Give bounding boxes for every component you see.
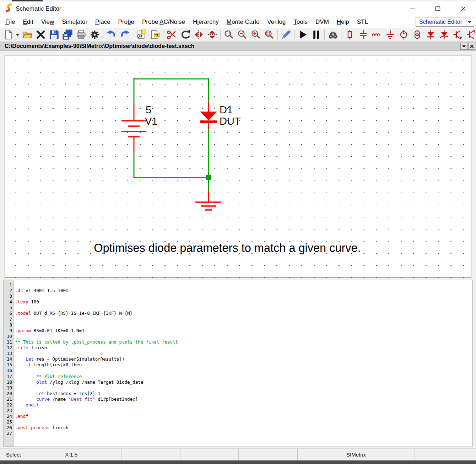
code-line[interactable]: ** This is called by .post_process and p… — [15, 339, 472, 345]
place-voltage-source-button[interactable] — [397, 29, 410, 41]
code-line[interactable] — [15, 334, 472, 339]
place-pnp-transistor-button[interactable] — [464, 29, 476, 41]
zoom-fit-button[interactable] — [263, 29, 276, 41]
new-schematic-dropdown-button[interactable] — [15, 29, 20, 41]
code-line[interactable] — [15, 368, 472, 373]
menu-tools[interactable]: Tools — [290, 18, 312, 26]
toolbar-separator — [163, 30, 163, 40]
place-capacitor-button[interactable] — [356, 29, 370, 41]
menu-simulator[interactable]: Simulator — [58, 18, 91, 26]
maximize-button[interactable] — [425, 1, 450, 16]
wires[interactable] — [134, 78, 209, 191]
code-line[interactable] — [15, 305, 472, 311]
open-file-button[interactable] — [20, 29, 34, 41]
place-resistor-button[interactable] — [343, 29, 356, 41]
find-part-button[interactable] — [326, 29, 340, 41]
close-button[interactable] — [450, 1, 476, 16]
code-line[interactable]: plot /ylog /xlog /name Target Diode_data — [15, 379, 472, 385]
code-line[interactable]: .post_process finish — [15, 425, 472, 431]
code-line[interactable]: .dc v1 400m 1.5 100m — [15, 288, 472, 293]
zoom-in-button[interactable] — [249, 29, 263, 41]
menu-monte-carlo[interactable]: Monte Carlo — [223, 18, 264, 26]
place-diode-button[interactable] — [424, 29, 437, 41]
run-simulation-button[interactable] — [296, 29, 309, 41]
netlist-pane[interactable]: 1234567891011121314151617181920212223242… — [4, 280, 472, 447]
v1-ref-label[interactable]: V1 — [145, 115, 157, 127]
code-line[interactable]: ** Plot reference — [15, 374, 472, 379]
new-schematic-button[interactable] — [1, 29, 15, 41]
place-npn-transistor-button[interactable] — [451, 29, 464, 41]
code-line[interactable]: .model DUT d RS={RS} IS=1e-8 IKF={IKF} N… — [15, 311, 472, 316]
code-line[interactable]: .endf — [15, 414, 472, 419]
menu-file[interactable]: File — [1, 18, 19, 26]
schematic-caption[interactable]: Optimises diode parameters to match a gi… — [94, 242, 361, 254]
ground-symbol[interactable] — [195, 191, 221, 210]
menu-view[interactable]: View — [37, 18, 58, 26]
place-inductor-button[interactable] — [370, 29, 383, 41]
print-button[interactable] — [74, 29, 88, 41]
close-schematic-button[interactable] — [34, 29, 47, 41]
code-line[interactable]: Let bestIndex = res[2]-1 — [15, 391, 472, 396]
zoom-area-button[interactable] — [222, 29, 236, 41]
pause-simulation-button[interactable] — [309, 29, 323, 41]
menu-help[interactable]: Help — [333, 18, 353, 26]
save-all-icon — [63, 29, 73, 40]
code-line[interactable] — [15, 322, 472, 328]
save-all-button[interactable] — [61, 29, 74, 41]
code-line[interactable] — [15, 351, 472, 356]
export-page-button[interactable] — [148, 29, 162, 41]
settings-button[interactable] — [88, 29, 101, 41]
save-button[interactable] — [47, 29, 61, 41]
d1-model-label[interactable]: DUT — [220, 115, 241, 127]
code-line[interactable] — [15, 431, 472, 436]
rotate-button[interactable] — [178, 29, 192, 41]
document-type-selector[interactable]: Schematic Editor — [416, 17, 474, 27]
minimize-button[interactable] — [399, 1, 425, 16]
menu-probe-ac-noise[interactable]: Probe AC/Noise — [138, 18, 189, 26]
sheet-dropdown-button[interactable] — [460, 43, 467, 50]
code-line[interactable] — [15, 408, 472, 414]
code-lines[interactable]: .dc v1 400m 1.5 100m.temp 100.model DUT … — [14, 280, 472, 447]
menu-place[interactable]: Place — [91, 18, 114, 26]
close-sheet-button[interactable] — [468, 43, 475, 50]
code-line[interactable]: curve /name "Best fit" d1#p[bestIndex] — [15, 396, 472, 402]
code-line[interactable]: if length(res)>0 then — [15, 362, 472, 368]
line-number: 5 — [4, 305, 13, 311]
place-ground-button[interactable] — [383, 29, 397, 41]
menu-verilog[interactable]: Verilog — [263, 18, 290, 26]
code-line[interactable]: endif — [15, 402, 472, 408]
schematic-canvas[interactable]: 5 V1 D1 DUT Optimises diode parameters t… — [5, 55, 471, 278]
code-line[interactable] — [15, 293, 472, 299]
code-line[interactable] — [15, 317, 472, 322]
redo-button[interactable] — [118, 29, 131, 41]
undo-button[interactable] — [104, 29, 118, 41]
wire-pencil-button[interactable] — [279, 29, 293, 41]
place-current-source-button[interactable] — [410, 29, 424, 41]
flip-button[interactable] — [205, 29, 219, 41]
add-page-button[interactable] — [135, 29, 148, 41]
zoom-out-button[interactable] — [236, 29, 249, 41]
code-line[interactable]: .param RS=0.01 IKF=0.1 N=1 — [15, 328, 472, 334]
toolbar-separator — [341, 30, 341, 40]
menu-hierarchy[interactable]: Hierarchy — [189, 18, 223, 26]
menu-dvm[interactable]: DVM — [312, 18, 333, 26]
code-line[interactable]: Let res = OptimiserSimulatorResults() — [15, 356, 472, 362]
close-schematic-icon — [36, 29, 46, 40]
mirror-button[interactable] — [192, 29, 205, 41]
code-line[interactable]: .temp 100 — [15, 299, 472, 305]
menubar: FileEditViewSimulatorPlaceProbeProbe AC/… — [0, 16, 476, 28]
v1-value-label[interactable]: 5 — [146, 104, 151, 115]
d1-ref-label[interactable]: D1 — [220, 104, 233, 115]
menu-edit[interactable]: Edit — [19, 18, 37, 26]
place-current-source-icon — [412, 29, 422, 40]
menu-stl[interactable]: STL — [353, 18, 372, 26]
code-line[interactable]: .file finish — [15, 345, 472, 351]
code-line[interactable] — [15, 282, 472, 288]
v1-voltage-source[interactable] — [121, 104, 146, 152]
cut-button[interactable] — [165, 29, 178, 41]
d1-diode[interactable] — [200, 102, 217, 129]
place-zener-diode-button[interactable] — [437, 29, 451, 41]
menu-probe[interactable]: Probe — [114, 18, 138, 26]
code-line[interactable] — [15, 385, 472, 391]
code-line[interactable] — [15, 419, 472, 425]
